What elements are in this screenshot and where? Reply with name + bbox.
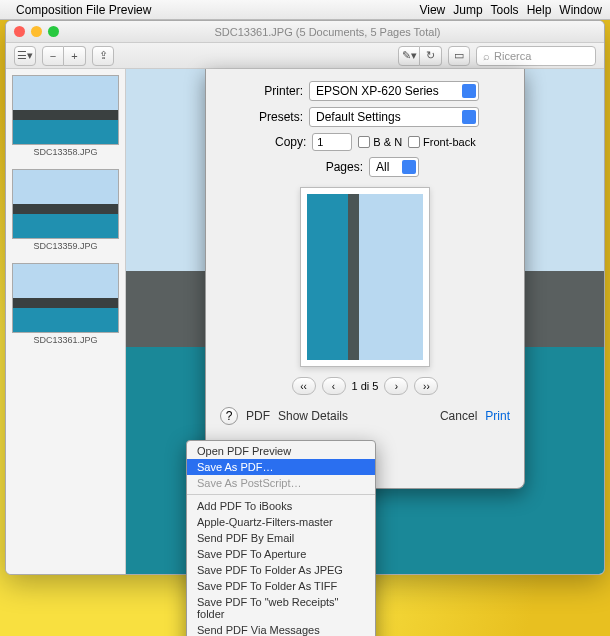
thumbnail-image	[12, 169, 119, 239]
thumbnail-sidebar[interactable]: SDC13358.JPG SDC13359.JPG SDC13361.JPG	[6, 69, 126, 574]
help-button[interactable]: ?	[220, 407, 238, 425]
window-title: SDC13361.JPG (5 Documents, 5 Pages Total…	[59, 26, 596, 38]
sidebar-toggle-button[interactable]: ☰▾	[14, 46, 36, 66]
preview-image	[307, 194, 423, 360]
maximize-icon[interactable]	[48, 26, 59, 37]
minimize-icon[interactable]	[31, 26, 42, 37]
window-titlebar: SDC13361.JPG (5 Documents, 5 Pages Total…	[6, 21, 604, 43]
cancel-button[interactable]: Cancel	[440, 409, 477, 423]
print-dialog: Printer: EPSON XP-620 Series Presets: De…	[205, 69, 525, 489]
presets-select[interactable]: Default Settings	[309, 107, 479, 127]
printer-select[interactable]: EPSON XP-620 Series	[309, 81, 479, 101]
pdf-dropdown-button[interactable]: PDF	[246, 409, 270, 423]
first-page-button[interactable]: ‹‹	[292, 377, 316, 395]
thumbnail-image	[12, 263, 119, 333]
thumbnail-item[interactable]: SDC13359.JPG	[12, 169, 119, 251]
menu-send-pdf-email[interactable]: Send PDF By Email	[187, 530, 375, 546]
pdf-dropdown-menu: Open PDF Preview Save As PDF… Save As Po…	[186, 440, 376, 636]
zoom-in-button[interactable]: +	[64, 46, 86, 66]
menu-save-pdf-jpeg[interactable]: Save PDF To Folder As JPEG	[187, 562, 375, 578]
pages-select[interactable]: All	[369, 157, 419, 177]
markup-button[interactable]: ✎▾	[398, 46, 420, 66]
menu-save-pdf-aperture[interactable]: Save PDF To Aperture	[187, 546, 375, 562]
thumbnail-label: SDC13358.JPG	[12, 147, 119, 157]
window-toolbar: ☰▾ − + ⇪ ✎▾ ↻ ▭ ⌕ Ricerca	[6, 43, 604, 69]
app-menu[interactable]: Composition File Preview	[16, 3, 151, 17]
printer-label: Printer:	[251, 84, 303, 98]
pages-label: Pages:	[311, 160, 363, 174]
next-page-button[interactable]: ›	[384, 377, 408, 395]
menu-view[interactable]: View	[419, 3, 445, 17]
menu-save-pdf-receipts[interactable]: Save PDF To "web Receipts" folder	[187, 594, 375, 622]
thumbnail-label: SDC13361.JPG	[12, 335, 119, 345]
bn-checkbox[interactable]: B & N	[358, 136, 402, 148]
menu-jump[interactable]: Jump	[453, 3, 482, 17]
thumbnail-item[interactable]: SDC13358.JPG	[12, 75, 119, 157]
menu-save-pdf-tiff[interactable]: Save PDF To Folder As TIFF	[187, 578, 375, 594]
menu-tools[interactable]: Tools	[491, 3, 519, 17]
rotate-button[interactable]: ↻	[420, 46, 442, 66]
zoom-out-button[interactable]: −	[42, 46, 64, 66]
frontback-checkbox[interactable]: Front-back	[408, 136, 476, 148]
presets-label: Presets:	[251, 110, 303, 124]
system-menubar: Composition File Preview View Jump Tools…	[0, 0, 610, 20]
last-page-button[interactable]: ››	[414, 377, 438, 395]
menu-add-pdf-ibooks[interactable]: Add PDF To iBooks	[187, 498, 375, 514]
menu-save-as-pdf[interactable]: Save As PDF…	[187, 459, 375, 475]
copy-input[interactable]: 1	[312, 133, 352, 151]
thumbnail-image	[12, 75, 119, 145]
menu-open-pdf-preview[interactable]: Open PDF Preview	[187, 443, 375, 459]
menu-window[interactable]: Window	[559, 3, 602, 17]
show-details-button[interactable]: Show Details	[278, 409, 348, 423]
prev-page-button[interactable]: ‹	[322, 377, 346, 395]
menu-save-as-postscript: Save As PostScript…	[187, 475, 375, 491]
menu-quartz-filters[interactable]: Apple-Quartz-Filters-master	[187, 514, 375, 530]
edit-toolbar-button[interactable]: ▭	[448, 46, 470, 66]
search-icon: ⌕	[483, 50, 490, 62]
pager-text: 1 di 5	[352, 380, 379, 392]
share-button[interactable]: ⇪	[92, 46, 114, 66]
print-preview	[300, 187, 430, 367]
menu-send-pdf-messages[interactable]: Send PDF Via Messages	[187, 622, 375, 636]
close-icon[interactable]	[14, 26, 25, 37]
thumbnail-item[interactable]: SDC13361.JPG	[12, 263, 119, 345]
thumbnail-label: SDC13359.JPG	[12, 241, 119, 251]
menu-help[interactable]: Help	[527, 3, 552, 17]
search-input[interactable]: ⌕ Ricerca	[476, 46, 596, 66]
copy-label: Copy:	[254, 135, 306, 149]
print-button[interactable]: Print	[485, 409, 510, 423]
